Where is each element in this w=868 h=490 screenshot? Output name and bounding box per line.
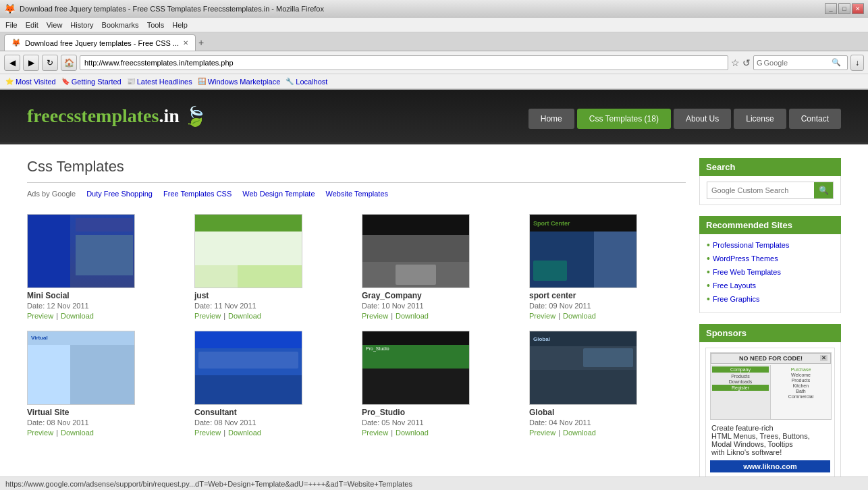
rec-link-2[interactable]: Free Web Templates <box>713 268 781 276</box>
template-thumb-consultant[interactable] <box>194 331 302 405</box>
ad-link-1[interactable]: Duty Free Shopping <box>86 190 153 200</box>
search-body: 🔍 <box>699 176 841 205</box>
template-thumb-global[interactable]: Global <box>529 331 637 405</box>
template-preview-4[interactable]: Preview <box>27 429 53 437</box>
ad-link-2[interactable]: Free Templates CSS <box>163 190 232 200</box>
maximize-button[interactable]: □ <box>838 3 850 14</box>
page-wrapper: freecsstemplates.in 🍃 Home Css Templates… <box>0 90 868 490</box>
menu-edit[interactable]: Edit <box>26 21 38 29</box>
menu-bar: File Edit View History Bookmarks Tools H… <box>0 18 868 32</box>
template-download-0[interactable]: Download <box>61 312 94 320</box>
page-content: Css Templates Ads by Google Duty Free Sh… <box>0 144 868 490</box>
template-preview-2[interactable]: Preview <box>362 312 388 320</box>
ads-section: Ads by Google Duty Free Shopping Free Te… <box>27 190 686 200</box>
back-button[interactable]: ◀ <box>4 55 20 71</box>
bookmark-latest-headlines[interactable]: 📰 Latest Headlines <box>127 78 192 86</box>
menu-bookmarks[interactable]: Bookmarks <box>102 21 139 29</box>
status-bar: https://www.google.com/adsense/support/b… <box>0 477 868 490</box>
template-links-3: Preview | Download <box>529 312 686 320</box>
close-button[interactable]: ✕ <box>852 3 864 14</box>
sponsor-url[interactable]: www.likno.com <box>710 460 830 472</box>
nav-home[interactable]: Home <box>528 109 574 129</box>
search-section: Search 🔍 <box>699 158 841 205</box>
nav-about[interactable]: About Us <box>674 109 731 129</box>
sponsor-ad[interactable]: NO NEED FOR CODE! ✕ Company Products Dow… <box>705 348 835 477</box>
forward-button[interactable]: ▶ <box>23 55 39 71</box>
ad-link-4[interactable]: Website Templates <box>326 190 389 200</box>
search-submit-icon[interactable]: 🔍 <box>832 58 841 67</box>
rec-site-4: • Free Graphics <box>707 294 834 304</box>
template-preview-5[interactable]: Preview <box>194 429 221 437</box>
bookmark-star-icon[interactable]: ☆ <box>731 57 740 68</box>
search-input[interactable] <box>764 59 832 67</box>
template-date-0: Date: 12 Nov 2011 <box>27 302 184 310</box>
template-download-5[interactable]: Download <box>228 429 261 437</box>
reload-button[interactable]: ↻ <box>42 55 58 71</box>
rec-link-3[interactable]: Free Layouts <box>713 281 756 290</box>
template-download-6[interactable]: Download <box>396 429 429 437</box>
getting-started-icon: 🔖 <box>61 78 70 85</box>
menu-history[interactable]: History <box>70 21 93 29</box>
sidebar: Search 🔍 Recommended Sites • Pro <box>699 158 841 490</box>
template-download-1[interactable]: Download <box>228 312 261 320</box>
template-thumb-just[interactable] <box>194 214 302 288</box>
template-date-1: Date: 11 Nov 2011 <box>194 302 351 310</box>
sidebar-search-button[interactable]: 🔍 <box>814 182 833 198</box>
active-tab[interactable]: 🦊 Download free Jquery templates - Free … <box>4 34 196 51</box>
nav-css-templates[interactable]: Css Templates (18) <box>577 109 671 129</box>
template-preview-0[interactable]: Preview <box>27 312 53 320</box>
template-links-6: Preview | Download <box>362 429 518 437</box>
sponsor-desc1: Create feature-rich <box>711 424 774 432</box>
bookmark-getting-started[interactable]: 🔖 Getting Started <box>61 78 121 86</box>
menu-view[interactable]: View <box>47 21 63 29</box>
home-button[interactable]: 🏠 <box>61 55 77 71</box>
bullet-icon-2: • <box>707 267 710 277</box>
main-nav: Home Css Templates (18) About Us License… <box>528 109 841 129</box>
rec-link-0[interactable]: Professional Templates <box>713 241 790 249</box>
address-bar[interactable] <box>80 55 728 70</box>
search-section-title: Search <box>699 158 841 176</box>
template-thumb-mini-social[interactable] <box>27 214 135 288</box>
template-thumb-sport[interactable]: Sport Center <box>529 214 637 288</box>
tab-close-button[interactable]: ✕ <box>183 39 188 47</box>
template-gray-company: Gray_Company Date: 10 Nov 2011 Preview |… <box>362 214 518 320</box>
sponsor-desc2: HTML Menus, Trees, Buttons, <box>711 432 810 440</box>
site-logo: freecsstemplates.in 🍃 <box>27 105 207 128</box>
template-thumb-pro-studio[interactable]: Pro_Studio <box>362 331 470 405</box>
bullet-icon-1: • <box>707 253 710 264</box>
ads-label: Ads by Google <box>27 190 76 198</box>
search-bar[interactable]: G 🔍 <box>753 55 848 70</box>
bullet-icon-3: • <box>707 280 710 291</box>
bookmark-windows-marketplace[interactable]: 🪟 Windows Marketplace <box>198 78 281 86</box>
nav-license[interactable]: License <box>734 109 786 129</box>
menu-tools[interactable]: Tools <box>147 21 165 29</box>
template-thumb-virtual[interactable]: Virtual <box>27 331 135 405</box>
template-download-4[interactable]: Download <box>61 429 94 437</box>
template-preview-1[interactable]: Preview <box>194 312 221 320</box>
rec-link-1[interactable]: WordPress Themes <box>713 254 778 263</box>
logo-text-free: free <box>27 105 58 127</box>
bookmark-localhost[interactable]: 🔧 Localhost <box>286 78 327 86</box>
downloads-button[interactable]: ↓ <box>850 55 864 71</box>
reload-icon[interactable]: ↺ <box>742 57 751 68</box>
template-preview-6[interactable]: Preview <box>362 429 388 437</box>
template-download-7[interactable]: Download <box>563 429 596 437</box>
template-thumb-gray[interactable] <box>362 214 470 288</box>
template-download-2[interactable]: Download <box>396 312 429 320</box>
template-download-3[interactable]: Download <box>563 312 596 320</box>
sponsors-title: Sponsors <box>699 324 841 342</box>
recommended-body: • Professional Templates • WordPress The… <box>699 234 841 313</box>
ad-link-3[interactable]: Web Design Template <box>242 190 315 200</box>
new-tab-button[interactable]: + <box>198 37 204 48</box>
template-name-0: Mini Social <box>27 291 184 300</box>
template-preview-7[interactable]: Preview <box>529 429 555 437</box>
sidebar-search-input[interactable] <box>707 182 814 198</box>
rec-link-4[interactable]: Free Graphics <box>713 295 760 303</box>
minimize-button[interactable]: _ <box>825 3 837 14</box>
bookmark-most-visited[interactable]: ⭐ Most Visited <box>5 78 56 86</box>
menu-file[interactable]: File <box>5 21 18 29</box>
template-preview-3[interactable]: Preview <box>529 312 555 320</box>
nav-contact[interactable]: Contact <box>789 109 841 129</box>
sponsor-close-icon[interactable]: ✕ <box>820 355 828 361</box>
menu-help[interactable]: Help <box>172 21 188 29</box>
